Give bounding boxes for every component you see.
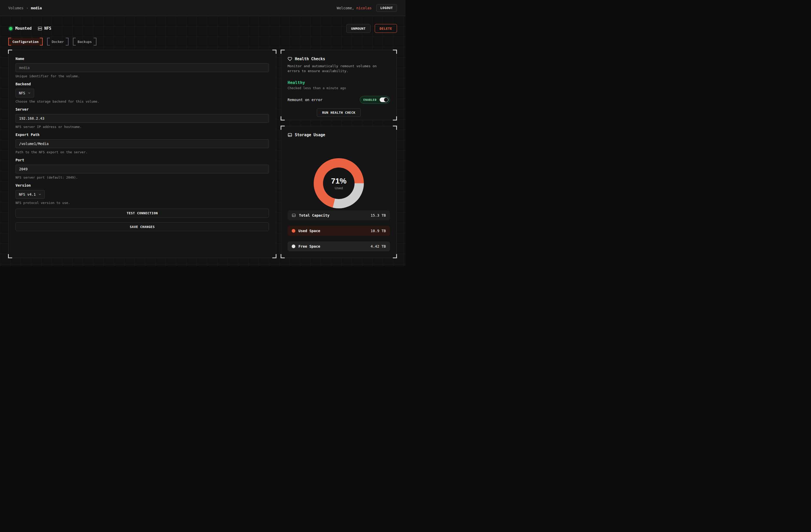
backend-label: Backend [16, 82, 269, 87]
used-space-dot [292, 229, 295, 233]
storage-donut-chart: 71% Used [314, 158, 364, 208]
storage-usage-panel: Storage Usage 71% Used Total Capacity 15… [281, 126, 397, 258]
name-field-group: Name Unique identifier for the volume. [16, 57, 269, 78]
corner-bracket [280, 116, 285, 121]
used-space-label: Used Space [299, 229, 320, 233]
volume-status-row: Mounted NFS UNMOUNT DELETE [8, 24, 397, 33]
chevron-right-icon: › [26, 6, 28, 10]
total-capacity-value: 15.3 TB [371, 213, 386, 217]
welcome-prefix: Welcome, [337, 6, 354, 10]
mounted-status-dot [9, 27, 12, 30]
tab-backups[interactable]: Backups [73, 38, 96, 46]
free-space-row: Free Space 4.42 TB [288, 241, 390, 251]
page-content: Mounted NFS UNMOUNT DELETE Configuration… [0, 16, 406, 266]
version-select-value: NFS v4.1 [19, 192, 36, 197]
health-panel-title-text: Health Checks [295, 57, 325, 61]
used-space-value: 10.9 TB [371, 229, 386, 233]
export-path-field-group: Export Path Path to the NFS export on th… [16, 132, 269, 154]
storage-panel-title-text: Storage Usage [295, 132, 325, 137]
storage-panel-title: Storage Usage [288, 132, 390, 138]
chevron-down-icon [38, 193, 41, 196]
storage-donut-center: 71% Used [323, 168, 354, 199]
test-connection-button[interactable]: TEST CONNECTION [16, 209, 269, 218]
breadcrumb-volumes-link[interactable]: Volumes [8, 6, 24, 10]
name-help: Unique identifier for the volume. [16, 74, 269, 78]
remount-on-error-label: Remount on error [288, 98, 322, 102]
free-space-value: 4.42 TB [371, 244, 386, 248]
backend-select[interactable]: NFS [16, 89, 34, 97]
backend-field-group: Backend NFS Choose the storage backend f… [16, 82, 269, 104]
corner-bracket [272, 254, 276, 258]
health-last-checked: Checked less than a minute ago [288, 86, 390, 91]
configuration-panel: Name Unique identifier for the volume. B… [8, 50, 276, 258]
save-changes-button[interactable]: SAVE CHANGES [16, 222, 269, 231]
corner-bracket [393, 126, 397, 130]
storage-legend: Total Capacity 15.3 TB Used Space 10.9 T… [288, 210, 390, 251]
corner-bracket [280, 126, 285, 130]
username: nicolas [356, 6, 372, 10]
name-label: Name [16, 57, 269, 61]
storage-percent-caption: Used [335, 186, 343, 190]
run-health-check-button[interactable]: RUN HEALTH CHECK [317, 108, 361, 117]
hard-drive-icon [288, 132, 292, 137]
version-select[interactable]: NFS v4.1 [16, 190, 45, 199]
port-field-group: Port NFS server port (default: 2049). [16, 158, 269, 179]
welcome-text: Welcome, nicolas [337, 6, 372, 10]
port-help: NFS server port (default: 2049). [16, 175, 269, 179]
mounted-status-label: Mounted [15, 26, 32, 31]
breadcrumb: Volumes › media [8, 6, 42, 10]
toggle-knob [384, 98, 388, 102]
storage-donut-wrap: 71% Used [288, 158, 390, 208]
server-label: Server [16, 107, 269, 112]
delete-button[interactable]: DELETE [375, 24, 397, 33]
tab-bar: Configuration Docker Backups [8, 38, 96, 46]
server-icon [38, 26, 42, 31]
corner-bracket [280, 254, 285, 258]
export-path-label: Export Path [16, 132, 269, 137]
app-root: Volumes › media Welcome, nicolas LOGOUT … [0, 0, 406, 266]
form-actions: TEST CONNECTION SAVE CHANGES [16, 209, 269, 231]
backend-select-value: NFS [19, 91, 25, 95]
total-capacity-label: Total Capacity [299, 213, 330, 217]
health-status-badge: Healthy [288, 80, 390, 85]
remount-toggle[interactable]: ENABLED [360, 96, 390, 104]
port-input[interactable] [16, 165, 269, 173]
server-field-group: Server NFS server IP address or hostname… [16, 107, 269, 129]
corner-bracket [393, 254, 397, 258]
version-field-group: Version NFS v4.1 NFS protocol version to… [16, 183, 269, 205]
free-space-dot [292, 245, 295, 248]
name-input[interactable] [16, 63, 269, 72]
corner-bracket [280, 50, 285, 54]
tab-configuration[interactable]: Configuration [8, 38, 43, 46]
breadcrumb-current: media [31, 6, 42, 10]
tab-docker[interactable]: Docker [47, 38, 68, 46]
corner-bracket [272, 50, 276, 54]
version-help: NFS protocol version to use. [16, 201, 269, 205]
run-health-check-row: RUN HEALTH CHECK [288, 108, 390, 117]
port-label: Port [16, 158, 269, 162]
remount-on-error-row: Remount on error ENABLED [288, 96, 390, 104]
backend-help: Choose the storage backend for this volu… [16, 99, 269, 104]
backend-badge: NFS [44, 26, 51, 31]
corner-bracket [8, 50, 12, 54]
remount-toggle-state: ENABLED [363, 98, 377, 101]
export-path-input[interactable] [16, 139, 269, 148]
server-input[interactable] [16, 114, 269, 123]
chevron-down-icon [28, 92, 31, 95]
health-checks-panel: Health Checks Monitor and automatically … [281, 50, 397, 120]
corner-bracket [393, 50, 397, 54]
logout-button[interactable]: LOGOUT [376, 4, 397, 12]
topbar-right: Welcome, nicolas LOGOUT [337, 4, 397, 12]
used-space-row: Used Space 10.9 TB [288, 226, 390, 236]
health-description: Monitor and automatically remount volume… [288, 64, 390, 74]
unmount-button[interactable]: UNMOUNT [346, 24, 371, 33]
toggle-track [380, 97, 388, 102]
export-path-help: Path to the NFS export on the server. [16, 150, 269, 154]
corner-bracket [8, 254, 12, 258]
total-capacity-row: Total Capacity 15.3 TB [288, 210, 390, 220]
corner-bracket [393, 116, 397, 121]
storage-percent-used: 71% [331, 176, 347, 185]
server-help: NFS server IP address or hostname. [16, 125, 269, 129]
free-space-label: Free Space [299, 244, 320, 248]
heart-icon [288, 57, 292, 61]
